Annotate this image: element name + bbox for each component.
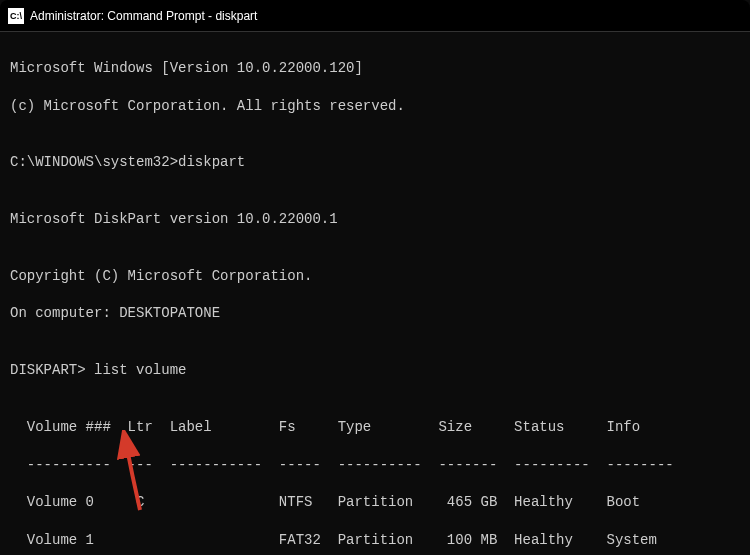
table-row: Volume 1 FAT32 Partition 100 MB Healthy … xyxy=(10,531,740,550)
table-divider: ---------- --- ----------- ----- -------… xyxy=(10,456,740,475)
cmd-icon: C:\ xyxy=(8,8,24,24)
window-titlebar[interactable]: C:\ Administrator: Command Prompt - disk… xyxy=(0,0,750,32)
table-header: Volume ### Ltr Label Fs Type Size Status… xyxy=(10,418,740,437)
table-row: Volume 0 C NTFS Partition 465 GB Healthy… xyxy=(10,493,740,512)
prompt-line: C:\WINDOWS\system32>diskpart xyxy=(10,153,740,172)
terminal-output[interactable]: Microsoft Windows [Version 10.0.22000.12… xyxy=(0,32,750,555)
output-line: Copyright (C) Microsoft Corporation. xyxy=(10,267,740,286)
prompt-line: DISKPART> list volume xyxy=(10,361,740,380)
output-line: Microsoft DiskPart version 10.0.22000.1 xyxy=(10,210,740,229)
output-line: (c) Microsoft Corporation. All rights re… xyxy=(10,97,740,116)
output-line: On computer: DESKTOPATONE xyxy=(10,304,740,323)
output-line: Microsoft Windows [Version 10.0.22000.12… xyxy=(10,59,740,78)
window-title: Administrator: Command Prompt - diskpart xyxy=(30,9,257,23)
